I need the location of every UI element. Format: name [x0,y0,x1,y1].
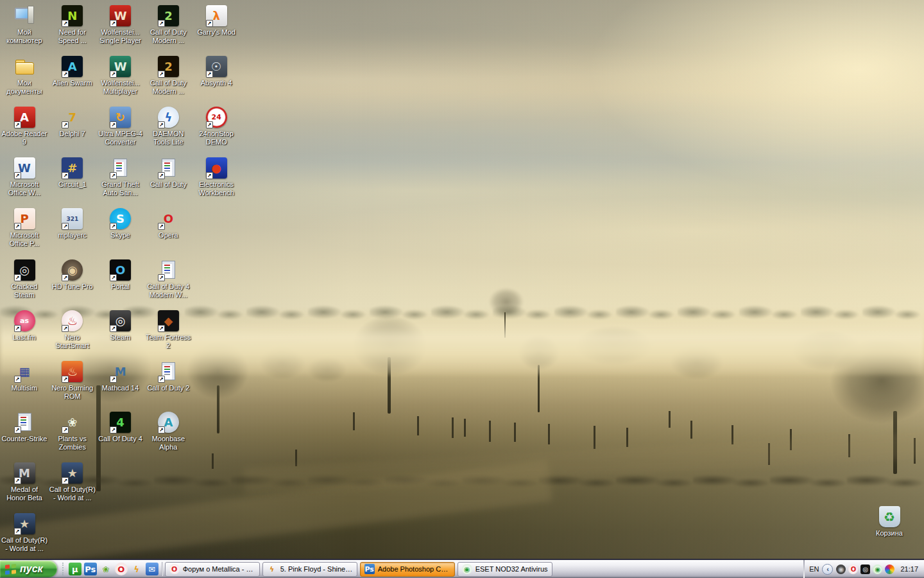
desktop-icon-daemon-tools-lite[interactable]: ϟ↗DAEMON Tools Lite [144,107,192,146]
nero-burning-rom-icon: ♨↗ [62,361,83,382]
task-button-winamp-pink-floyd[interactable]: ϟ5. Pink Floyd - Shine ... [262,562,357,577]
counter-strike-icon: ↗ [14,412,35,433]
desktop-icon-moonbase-alpha[interactable]: A↗Moonbase Alpha [144,412,192,451]
icq-icon[interactable]: ❀ [99,563,112,575]
shortcut-arrow-icon: ↗ [110,172,117,179]
icon-label: Last.fm [1,333,48,342]
icon-label: Multisim [1,384,48,392]
desktop-icon-call-of-duty-4[interactable]: 4↗Call Of Duty 4 [97,412,144,443]
eset-nod32-icon: ◉ [462,564,472,574]
shortcut-arrow-icon: ↗ [14,477,21,484]
task-button-adobe-photoshop[interactable]: PsAdobe Photoshop CS... [360,562,455,577]
desktop-icon-mathcad-14[interactable]: M↗Mathcad 14 [97,361,144,392]
absynth-4-icon: ☉↗ [206,56,227,77]
shortcut-arrow-icon: ↗ [158,325,165,332]
desktop-icon-adobe-reader-9[interactable]: A↗Adobe Reader 9 [1,107,48,146]
desktop-icon-medal-of-honor-beta[interactable]: M↗Medal of Honor Beta [1,462,48,502]
desktop-icon-my-documents[interactable]: Мои документы [1,56,48,96]
desktop-icon-team-fortress-2[interactable]: ◆↗Team Fortress 2 [144,310,192,350]
my-documents-icon [14,56,35,77]
adobe-reader-9-icon: A↗ [14,107,35,128]
taskbar: пуск µPs❀Oϟ✉ OФорум о Metallica - C...ϟ5… [0,559,924,578]
call-of-duty-4-icon: 4↗ [110,412,131,433]
desktop-icon-call-of-duty-4-modern-warfare[interactable]: ↗Call of Duty 4 Modern W... [144,259,192,299]
desktop-icon-counter-strike[interactable]: ↗Counter-Strike [1,412,48,443]
utorrent-icon[interactable]: µ [69,563,81,575]
opera-tray-icon[interactable]: O [848,565,858,574]
desktop-icon-wolfenstein-single-player[interactable]: W↗Wolfenstei... Single Player [97,5,144,45]
shortcut-arrow-icon: ↗ [158,223,165,230]
microsoft-office-powerpoint-icon: P↗ [14,208,35,229]
desktop-icon-call-of-duty-2[interactable]: ↗Call of Duty 2 [144,361,192,392]
grand-theft-auto-san-andreas-icon: ↗ [110,157,131,179]
desktop-icon-cracked-steam[interactable]: ◎↗Cracked Steam [1,259,48,299]
desktop-icon-opera[interactable]: O↗Opera [144,208,192,240]
desktop-icon-call-of-duty-world-at-war-2[interactable]: ★↗Call of Duty(R) - World at ... [1,513,48,553]
desktop-icon-microsoft-office-word[interactable]: W↗Microsoft Office W... [1,157,48,197]
desktop-icon-portal[interactable]: O↗Portal [97,259,144,291]
desktop-icon-nero-burning-rom[interactable]: ♨↗Nero Burning ROM [49,361,96,401]
desktop-icon-24nonstop-demo[interactable]: 24↗24nonStop DEMO [193,107,240,146]
color-flower-tray-icon[interactable] [885,565,894,574]
desktop-icon-multisim[interactable]: ▦↗Multisim [1,361,48,392]
recycle-bin[interactable]: ♻ Корзина [866,506,913,538]
moonbase-alpha-icon: A↗ [158,412,179,433]
my-computer-icon [14,5,35,26]
task-button-label: Adobe Photoshop CS... [378,565,450,573]
desktop-icon-wolfenstein-multiplayer[interactable]: W↗Wolfenstei... Multiplayer [97,56,144,96]
icon-label: Grand Theft Auto San... [97,180,144,197]
start-button[interactable]: пуск [0,561,57,577]
icon-label: Medal of Honor Beta [1,486,48,502]
start-button-label: пуск [20,563,43,575]
opera-icon[interactable]: O [115,563,128,575]
icon-label: Nero StartSmart [49,333,96,350]
language-indicator[interactable]: EN [809,565,819,573]
steam-tray-icon[interactable]: ◎ [860,565,870,574]
icon-label: Wolfenstei... Multiplayer [97,79,144,96]
desktop-icon-call-of-duty-modern-warfare-2-gold[interactable]: 2↗Call of Duty Modern ... [144,56,192,96]
winamp-icon[interactable]: ϟ [130,563,143,575]
desktop-icon-electronics-workbench[interactable]: ●↗Electronics Workbench [193,157,240,197]
electronics-workbench-icon: ●↗ [206,157,227,179]
desktop-icon-circuit-1[interactable]: #↗Circuit_1 [49,157,96,189]
desktop-icon-need-for-speed[interactable]: N↗Need for Speed ... [49,5,96,45]
desktop-icon-ultra-mpeg4-converter[interactable]: ↻↗Ultra MPEG-4 Converter [97,107,144,146]
desktop-icon-skype[interactable]: S↗Skype [97,208,144,240]
desktop-icon-nero-startsmart[interactable]: ♨↗Nero StartSmart [49,310,96,350]
shortcut-arrow-icon: ↗ [62,121,69,128]
desktop-icon-hd-tune-pro[interactable]: ◉↗HD Tune Pro [49,259,96,291]
desktop-icon-grand-theft-auto-san-andreas[interactable]: ↗Grand Theft Auto San... [97,157,144,197]
desktop-icon-lastfm[interactable]: as↗Last.fm [1,310,48,342]
desktop-icon-call-of-duty-world-at-war[interactable]: ★↗Call of Duty(R) - World at ... [49,462,96,502]
desktop-icon-call-of-duty-modern-warfare-2[interactable]: 2↗Call of Duty Modern ... [144,5,192,45]
desktop-icon-delphi-7[interactable]: 7↗Delphi 7 [49,107,96,138]
daemon-tools-tray-icon[interactable]: ◉ [836,565,846,574]
shortcut-arrow-icon: ↗ [14,172,21,179]
desktop-icon-microsoft-office-powerpoint[interactable]: P↗Microsoft Office P... [1,208,48,248]
icon-label: Call of Duty [144,180,192,189]
shortcut-arrow-icon: ↗ [62,426,69,434]
tray-clock[interactable]: 21:17 [900,565,918,573]
call-of-duty-modern-warfare-2-gold-icon: 2↗ [158,56,179,77]
photoshop-icon[interactable]: Ps [84,563,97,575]
outlook-express-icon[interactable]: ✉ [146,563,158,575]
shortcut-arrow-icon: ↗ [62,71,69,78]
tray-chevron-button[interactable]: ‹ [822,564,833,575]
call-of-duty-world-at-war-icon: ★↗ [62,462,83,484]
desktop-icon-plants-vs-zombies[interactable]: ❀↗Plants vs Zombies [49,412,96,451]
desktop-icon-my-computer[interactable]: Мой компьютер [1,5,48,45]
desktop-icon-steam[interactable]: ◎↗Steam [97,310,144,342]
nod32-tray-icon[interactable]: ◉ [873,565,882,574]
desktop-icon-absynth-4[interactable]: ☉↗Absynth 4 [193,56,240,87]
shortcut-arrow-icon: ↗ [110,325,117,332]
opera-forum-icon: O [169,564,180,574]
desktop-icon-garrys-mod[interactable]: λ↗Garry's Mod [193,5,240,37]
desktop-icon-mplayerc[interactable]: 321↗mplayerc [49,208,96,240]
task-button-eset-nod32[interactable]: ◉ESET NOD32 Antivirus [458,562,552,577]
desktop-icon-call-of-duty[interactable]: ↗Call of Duty [144,157,192,189]
quick-launch-grip[interactable] [62,563,66,575]
desktop-icon-alien-swarm[interactable]: A↗Alien Swarm [49,56,96,87]
task-button-opera-forum[interactable]: OФорум о Metallica - C... [165,562,260,577]
opera-icon: O↗ [158,208,179,229]
cracked-steam-icon: ◎↗ [14,259,35,281]
